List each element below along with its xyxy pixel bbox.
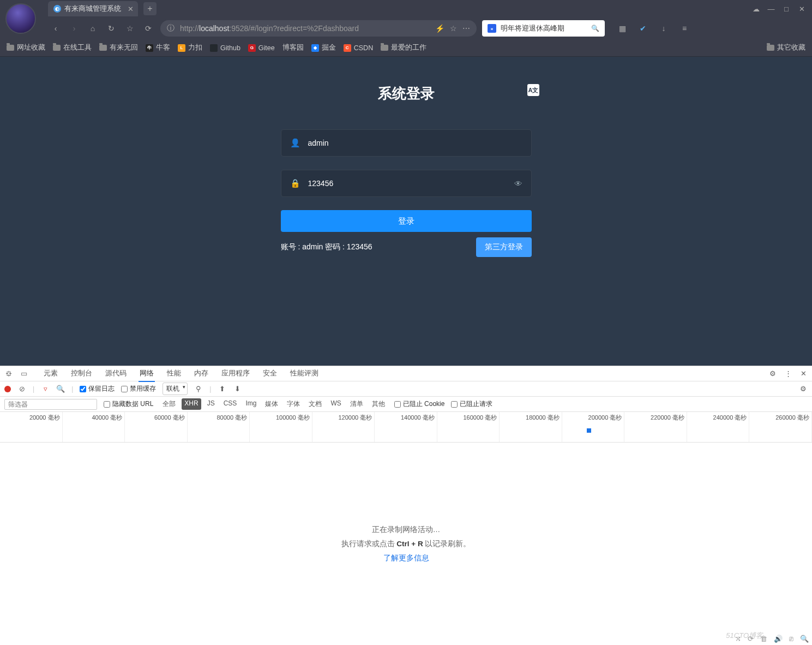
toggle-password-icon[interactable]: 👁	[514, 179, 522, 188]
app-icon[interactable]: ✔	[636, 22, 649, 35]
lock-icon: 🔒	[290, 178, 300, 188]
filter-input[interactable]	[4, 399, 97, 410]
back-button[interactable]: ‹	[49, 22, 62, 35]
star-button[interactable]: ☆	[123, 22, 136, 35]
profile-avatar[interactable]	[5, 3, 36, 34]
bookmark-item[interactable]: 网址收藏	[7, 43, 45, 52]
devtools-close-icon[interactable]: ✕	[799, 369, 808, 378]
bookmark-item[interactable]: CCSDN	[344, 44, 373, 52]
hide-data-urls-checkbox[interactable]: 隐藏数据 URL	[104, 399, 153, 409]
filter-type-chip[interactable]: 全部	[160, 398, 178, 410]
filter-type-chip[interactable]: WS	[328, 398, 344, 410]
preserve-log-checkbox[interactable]: 保留日志	[80, 384, 115, 393]
filter-type-chip[interactable]: 清单	[347, 398, 366, 410]
username-input[interactable]: 👤 admin	[281, 129, 532, 157]
main-menu-icon[interactable]: ≡	[678, 22, 691, 35]
bookmark-item[interactable]: 有来无回	[99, 43, 138, 52]
filter-type-chip[interactable]: JS	[204, 398, 218, 410]
devtools-tab[interactable]: 控制台	[70, 366, 93, 382]
password-input[interactable]: 🔒 123456 👁	[281, 170, 532, 197]
cloud-icon[interactable]: ☁	[752, 5, 760, 13]
home-button[interactable]: ⌂	[86, 22, 99, 35]
filter-type-chip[interactable]: XHR	[182, 398, 201, 410]
language-toggle[interactable]: A文	[527, 84, 539, 96]
waterfall-tick-label: 180000 毫秒	[526, 414, 560, 422]
url-more-icon[interactable]: ⋯	[462, 24, 470, 33]
disable-cache-checkbox[interactable]: 禁用缓存	[121, 384, 156, 393]
export-har-icon[interactable]: ⬇	[233, 385, 242, 393]
devtools-tab[interactable]: 网络	[139, 366, 155, 382]
devtools-tab[interactable]: 应用程序	[220, 366, 251, 382]
network-waterfall[interactable]: 20000 毫秒40000 毫秒60000 毫秒80000 毫秒100000 毫…	[0, 412, 812, 443]
devtools-tab[interactable]: 内存	[193, 366, 209, 382]
forward-button[interactable]: ›	[68, 22, 81, 35]
bookmark-item[interactable]: 博客园	[282, 43, 304, 52]
bookmark-label: 牛客	[156, 43, 170, 52]
device-mode-icon[interactable]: ▭	[20, 369, 28, 378]
learn-more-link[interactable]: 了解更多信息	[383, 553, 429, 563]
third-party-login-button[interactable]: 第三方登录	[476, 237, 532, 257]
bookmarks-overflow[interactable]: 其它收藏	[767, 43, 805, 52]
devtools-settings-icon[interactable]: ⚙	[768, 369, 777, 378]
tray-icon[interactable]: ⎚	[789, 635, 793, 643]
downloads-icon[interactable]: ↓	[657, 22, 670, 35]
filter-type-chip[interactable]: CSS	[221, 398, 240, 410]
bookmark-favicon-icon: L	[178, 44, 185, 52]
filter-type-chip[interactable]: 其他	[369, 398, 388, 410]
clear-button[interactable]: ⊘	[17, 385, 26, 393]
waterfall-marker	[587, 428, 591, 433]
tray-icon[interactable]: ⟳	[748, 635, 754, 643]
bookmark-item[interactable]: 最爱的工作	[381, 43, 426, 52]
devtools-tab[interactable]: 性能	[166, 366, 182, 382]
flash-icon[interactable]: ⚡	[435, 24, 444, 33]
reload-button[interactable]: ↻	[105, 22, 118, 35]
filter-type-chip[interactable]: 文档	[306, 398, 324, 410]
bookmark-item[interactable]: GGitee	[248, 44, 275, 52]
blocked-cookies-checkbox[interactable]: 已阻止 Cookie	[394, 399, 445, 409]
bookmark-item[interactable]: 牛牛客	[146, 43, 170, 52]
throttling-select[interactable]: 联机	[163, 383, 188, 395]
site-info-icon[interactable]: ⓘ	[167, 23, 175, 33]
bookmark-star-icon[interactable]: ☆	[450, 24, 457, 33]
filter-type-chip[interactable]: 字体	[284, 398, 303, 410]
inspect-icon[interactable]: ⯐	[4, 369, 13, 378]
waterfall-column: 180000 毫秒	[500, 412, 562, 442]
import-har-icon[interactable]: ⬆	[218, 385, 226, 393]
devtools-tab[interactable]: 性能评测	[289, 366, 320, 382]
search-network-icon[interactable]: 🔍	[56, 385, 65, 393]
login-title: 系统登录	[378, 84, 435, 103]
network-settings-icon[interactable]: ⚙	[799, 385, 808, 393]
devtools-tabs: ⯐ ▭ 元素控制台源代码网络性能内存应用程序安全性能评测 ⚙ ⋮ ✕	[0, 366, 812, 381]
filter-type-chip[interactable]: Img	[243, 398, 259, 410]
bookmark-item[interactable]: 在线工具	[53, 43, 92, 52]
devtools-tab[interactable]: 安全	[262, 366, 278, 382]
devtools-more-icon[interactable]: ⋮	[784, 369, 792, 378]
bookmark-item[interactable]: L力扣	[178, 43, 202, 52]
devtools-tab[interactable]: 元素	[43, 366, 59, 382]
tray-icon[interactable]: 🔊	[774, 635, 783, 643]
blocked-requests-checkbox[interactable]: 已阻止请求	[451, 399, 492, 409]
filter-type-chip[interactable]: 媒体	[262, 398, 281, 410]
login-button[interactable]: 登录	[281, 210, 532, 232]
refresh2-button[interactable]: ⟳	[142, 22, 155, 35]
close-window-icon[interactable]: ✕	[798, 5, 805, 13]
search-icon[interactable]: 🔍	[591, 25, 599, 32]
maximize-icon[interactable]: □	[783, 5, 790, 13]
minimize-icon[interactable]: —	[767, 5, 775, 13]
browser-tab[interactable]: ◐ 有来商城管理系统 ✕	[48, 1, 138, 16]
devtools-tab[interactable]: 源代码	[104, 366, 128, 382]
bookmark-item[interactable]: ◆掘金	[311, 43, 336, 52]
record-button[interactable]	[4, 386, 11, 392]
waterfall-column: 140000 毫秒	[375, 412, 437, 442]
address-bar[interactable]: ⓘ http://localhost:9528/#/login?redirect…	[160, 20, 477, 37]
network-conditions-icon[interactable]: ⚲	[194, 385, 203, 393]
tray-icon[interactable]: ⤭	[735, 635, 741, 643]
extensions-icon[interactable]: ▦	[616, 22, 629, 35]
tray-icon[interactable]: 🔍	[800, 635, 809, 643]
browser-search-box[interactable]: 𝄪 明年将迎退休高峰期 🔍	[482, 20, 605, 37]
new-tab-button[interactable]: +	[143, 2, 157, 15]
tab-close-icon[interactable]: ✕	[128, 5, 134, 13]
bookmark-item[interactable]: Github	[210, 44, 240, 52]
tray-icon[interactable]: 🗑	[760, 635, 767, 643]
filter-toggle-icon[interactable]: ▿	[41, 385, 50, 393]
